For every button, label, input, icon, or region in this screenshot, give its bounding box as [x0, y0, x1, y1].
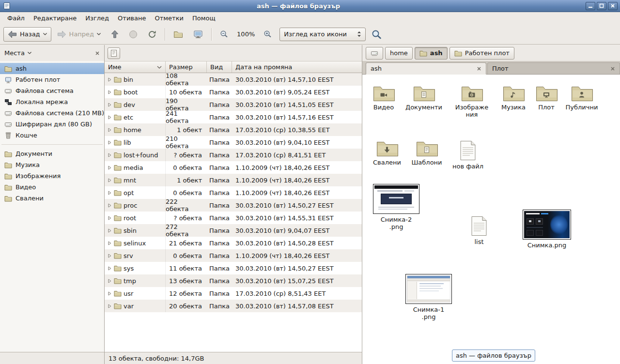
icon-item-snimka-1-png[interactable]: Снимка-1.png [405, 274, 452, 321]
sidebar-item-filesystem[interactable]: Файлова система [0, 85, 104, 96]
sidebar-title[interactable]: Места [4, 49, 25, 57]
icon-item-templates[interactable]: Шаблони [409, 139, 444, 167]
expander-icon[interactable] [108, 103, 112, 107]
icon-item-pictures[interactable]: Изображения [452, 84, 491, 119]
icon-item-downloads[interactable]: Свалени [370, 139, 404, 167]
column-header-type[interactable]: Вид [207, 61, 232, 73]
window-maximize-button[interactable] [597, 2, 606, 10]
sidebar-item-local-network[interactable]: Локална мрежа [0, 96, 104, 107]
expander-icon[interactable] [108, 90, 112, 94]
expander-icon[interactable] [108, 191, 112, 195]
column-header-name[interactable]: Име [105, 61, 166, 73]
menu-file[interactable]: Файл [3, 13, 29, 23]
expander-icon[interactable] [108, 77, 112, 82]
sidebar-item-encrypted-80gb[interactable]: Шифриран дял (80 GB) [0, 119, 104, 130]
view-mode-dropdown[interactable]: Изглед като икони [279, 28, 366, 41]
file-row-opt[interactable]: opt0 обектаПапка1.10.2009 (чт) 18,40,26 … [105, 186, 362, 199]
expander-icon[interactable] [108, 241, 112, 245]
expander-icon[interactable] [108, 128, 112, 132]
tab-close-icon[interactable] [477, 66, 481, 71]
sidebar-close-icon[interactable] [95, 51, 100, 56]
menu-bookmarks[interactable]: Отметки [150, 13, 187, 23]
expander-icon[interactable] [108, 304, 112, 308]
zoom-in-button[interactable] [259, 27, 276, 42]
expander-icon[interactable] [108, 166, 112, 170]
chevron-down-icon[interactable] [28, 52, 31, 54]
file-row-usr[interactable]: usr12 обектаПапка17.03.2010 (ср) 8,51,43… [105, 287, 362, 300]
icon-item-desktop[interactable]: Плот [533, 84, 560, 111]
sidebar-item-filesystem-210mb[interactable]: Файлова система (210 MB) [0, 107, 104, 119]
file-row-sbin[interactable]: sbin272 обектаПапка30.03.2010 (вт) 9,04,… [105, 224, 362, 237]
search-button[interactable] [367, 27, 386, 42]
file-row-boot[interactable]: boot10 обектаПапка30.03.2010 (вт) 9,05,2… [105, 86, 362, 98]
icon-item-snimka-png[interactable]: Снимка.png [523, 210, 571, 249]
expander-icon[interactable] [108, 140, 112, 145]
breadcrumb-desktop[interactable]: Работен плот [450, 47, 514, 60]
expander-icon[interactable] [108, 153, 112, 157]
menu-view[interactable]: Изглед [81, 13, 113, 23]
expander-icon[interactable] [108, 228, 112, 233]
breadcrumb-ash[interactable]: ash [415, 47, 448, 60]
file-row-selinux[interactable]: selinux21 обектаПапка30.03.2010 (вт) 14,… [105, 237, 362, 249]
file-row-bin[interactable]: bin108 обектаПапка30.03.2010 (вт) 14,57,… [105, 73, 362, 86]
location-toggle-button[interactable] [108, 47, 120, 59]
file-row-media[interactable]: media0 обектаПапка1.10.2009 (чт) 18,40,2… [105, 161, 362, 174]
file-row-home[interactable]: home1 обектПапка17.03.2010 (ср) 10,38,55… [105, 123, 362, 136]
file-row-lib[interactable]: lib210 обектаПапка30.03.2010 (вт) 9,04,1… [105, 136, 362, 149]
sidebar-item-downloads[interactable]: Свалени [0, 193, 104, 204]
sidebar-item-documents[interactable]: Документи [0, 148, 104, 159]
expander-icon[interactable] [108, 115, 112, 120]
file-row-sys[interactable]: sys11 обектаПапка30.03.2010 (вт) 14,50,2… [105, 262, 362, 274]
file-row-var[interactable]: var20 обектаПапка30.03.2010 (вт) 14,57,0… [105, 300, 362, 312]
icon-item-snimka-2-png[interactable]: Снимка-2.png [372, 184, 420, 231]
forward-button[interactable]: Напред [53, 27, 105, 42]
stop-button[interactable] [124, 27, 142, 42]
expander-icon[interactable] [108, 216, 112, 220]
file-row-srv[interactable]: srv0 обектаПапка1.10.2009 (чт) 18,40,26 … [105, 249, 362, 262]
file-row-root[interactable]: root? обектаПапка30.03.2010 (вт) 14,55,3… [105, 212, 362, 224]
icon-item-list[interactable]: list [467, 216, 491, 246]
icon-item-music[interactable]: Музика [498, 84, 529, 111]
window-minimize-button[interactable] [586, 2, 595, 10]
file-row-tmp[interactable]: tmp13 обектаПапка30.03.2010 (вт) 15,07,2… [105, 274, 362, 287]
tab-ash[interactable]: ash [366, 62, 486, 75]
icon-item-documents[interactable]: Документи [404, 84, 444, 111]
expander-icon[interactable] [108, 266, 112, 271]
zoom-out-button[interactable] [216, 27, 232, 42]
sidebar-item-trash[interactable]: Кошче [0, 130, 104, 141]
sidebar-item-pictures[interactable]: Изображения [0, 170, 104, 182]
breadcrumb-home[interactable]: home [385, 47, 413, 60]
menu-go[interactable]: Отиване [113, 13, 150, 23]
expander-icon[interactable] [108, 178, 112, 182]
file-row-mnt[interactable]: mnt1 обектПапка1.10.2009 (чт) 18,40,26 E… [105, 174, 362, 186]
tab-plot[interactable]: Плот [487, 62, 620, 74]
home-button[interactable] [169, 27, 187, 42]
column-header-modified[interactable]: Дата на промяна [232, 61, 362, 73]
file-row-lost+found[interactable]: lost+found? обектаПапка17.03.2010 (ср) 8… [105, 149, 362, 161]
expander-icon[interactable] [108, 291, 112, 296]
icon-item-new-file[interactable]: нов файл [452, 140, 484, 170]
chevron-down-icon[interactable] [43, 33, 47, 35]
computer-button[interactable] [189, 27, 207, 42]
expander-icon[interactable] [108, 279, 112, 283]
menu-help[interactable]: Помощ [188, 13, 220, 23]
column-header-size[interactable]: Размер [166, 61, 207, 73]
expander-icon[interactable] [108, 203, 112, 208]
up-button[interactable] [107, 27, 123, 42]
back-button[interactable]: Назад [3, 27, 51, 42]
sidebar-item-music[interactable]: Музика [0, 159, 104, 170]
sidebar-item-ash[interactable]: ash [0, 63, 104, 74]
expander-icon[interactable] [108, 254, 112, 258]
file-row-dev[interactable]: dev190 обектаПапка30.03.2010 (вт) 14,51,… [105, 98, 362, 111]
icon-item-public[interactable]: Публични [564, 84, 599, 111]
window-close-button[interactable] [608, 2, 618, 10]
file-row-proc[interactable]: proc222 обектаПапка30.03.2010 (вт) 14,50… [105, 199, 362, 212]
tab-close-icon[interactable] [610, 66, 615, 71]
icon-item-video[interactable]: Видео [368, 84, 399, 111]
reload-button[interactable] [143, 27, 161, 42]
menu-edit[interactable]: Редактиране [29, 13, 81, 23]
sidebar-item-desktop[interactable]: Работен плот [0, 74, 104, 85]
breadcrumb-root[interactable] [366, 47, 383, 60]
sidebar-item-video[interactable]: Видео [0, 182, 104, 193]
file-row-etc[interactable]: etc241 обектаПапка30.03.2010 (вт) 14,57,… [105, 111, 362, 123]
